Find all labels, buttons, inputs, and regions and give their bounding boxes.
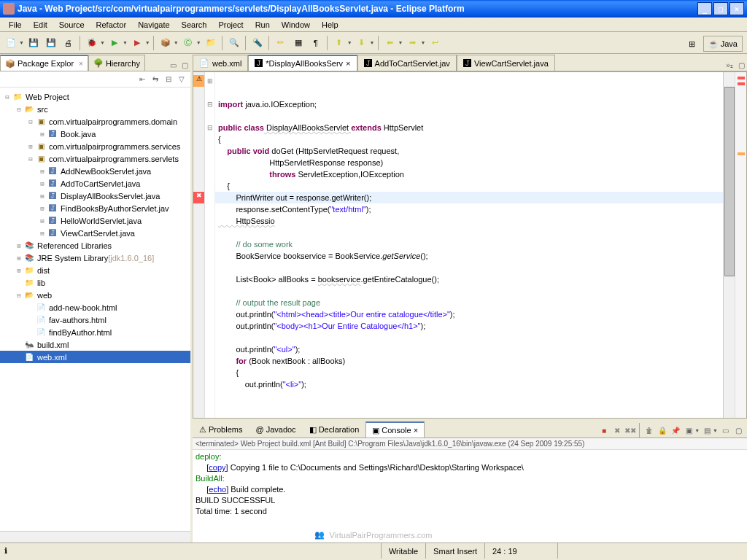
problems-tab[interactable]: ⚠Problems <box>193 421 249 438</box>
hierarchy-tab[interactable]: 🌳 Hierarchy <box>88 55 145 71</box>
horizontal-scrollbar[interactable] <box>0 531 190 542</box>
menu-help[interactable]: Help <box>316 19 344 31</box>
close-icon[interactable]: × <box>414 426 418 435</box>
open-console-button[interactable]: ▤ <box>701 424 713 436</box>
collapse-all-button[interactable]: ⇤ <box>136 74 148 85</box>
link-editor-button[interactable]: ⇆ <box>150 74 161 85</box>
java-file-node[interactable]: ⊞🅹AddNewBookServlet.java <box>0 165 190 177</box>
console-panel: ⚠Problems @Javadoc ◧Declaration ▣Console… <box>193 419 747 542</box>
view-menu-button[interactable]: ▽ <box>176 74 187 85</box>
warning-overview-mark[interactable] <box>738 152 745 155</box>
maximize-editor-button[interactable]: ▢ <box>735 59 747 71</box>
code-editor[interactable]: ⚠ ✖ ⊞ ⊟ ⊟ import java.io.IOException; pu… <box>193 71 747 419</box>
new-button[interactable]: 📄 <box>3 35 19 51</box>
html-file-node[interactable]: 📄add-new-book.html <box>0 301 190 314</box>
maximize-view-button[interactable]: ▢ <box>179 59 190 71</box>
src-folder-node[interactable]: ⊟📂src <box>0 103 190 115</box>
javadoc-tab[interactable]: @Javadoc <box>249 421 302 438</box>
terminate-button[interactable]: ■ <box>598 424 610 436</box>
console-tab[interactable]: ▣Console× <box>365 421 425 438</box>
project-node[interactable]: ⊟📁Web Project <box>0 90 190 103</box>
remove-all-button[interactable]: ✖✖ <box>624 424 636 436</box>
minimize-view-button[interactable]: ▭ <box>719 424 731 436</box>
package-node[interactable]: ⊞▣com.virtualpairprogrammers.services <box>0 140 190 152</box>
remove-launch-button[interactable]: ✖ <box>611 424 623 436</box>
menu-file[interactable]: File <box>3 19 28 31</box>
java-file-node[interactable]: ⊞🅹AddToCartServlet.java <box>0 177 190 190</box>
new-package-button[interactable]: 📦 <box>158 35 174 51</box>
debug-button[interactable]: 🐞 <box>84 35 100 51</box>
nav-forward-button[interactable]: ➡ <box>404 35 420 51</box>
run-ext-button[interactable]: ▶ <box>129 35 145 51</box>
show-list-button[interactable]: »₂ <box>724 59 735 71</box>
maximize-view-button[interactable]: ▢ <box>732 424 744 436</box>
annotation-prev-button[interactable]: ⬆ <box>331 35 347 51</box>
filter-button[interactable]: ⊟ <box>163 74 174 85</box>
last-edit-button[interactable]: ↩ <box>427 35 443 51</box>
xml-file-node[interactable]: 🐜build.xml <box>0 338 190 351</box>
open-type-button[interactable]: 🔍 <box>226 35 242 51</box>
clear-console-button[interactable]: 🗑 <box>643 424 655 436</box>
fold-gutter[interactable]: ⊞ ⊟ ⊟ <box>205 72 215 418</box>
menu-source[interactable]: Source <box>53 19 90 31</box>
open-perspective-button[interactable]: ⊞ <box>684 36 700 52</box>
editor-tab-webxml[interactable]: 📄web.xml <box>193 55 248 71</box>
menu-navigate[interactable]: Navigate <box>132 19 175 31</box>
html-file-node[interactable]: 📄fav-authors.html <box>0 314 190 326</box>
package-node[interactable]: ⊟▣com.virtualpairprogrammers.servlets <box>0 152 190 165</box>
package-node[interactable]: ⊟▣com.virtualpairprogrammers.domain <box>0 115 190 128</box>
jre-node[interactable]: ⊞📚JRE System Library [jdk1.6.0_16] <box>0 252 190 264</box>
folder-node[interactable]: ⊞📁dist <box>0 264 190 276</box>
menu-refactor[interactable]: Refactor <box>90 19 133 31</box>
maximize-button[interactable]: □ <box>713 2 728 15</box>
search-button[interactable]: 🔦 <box>249 35 266 51</box>
editor-tab-addtocart[interactable]: 🅹AddToCartServlet.jav <box>357 55 457 71</box>
editor-tab-viewcart[interactable]: 🅹ViewCartServlet.java <box>457 55 555 71</box>
menu-edit[interactable]: Edit <box>28 19 53 31</box>
java-file-node[interactable]: ⊞🅹HelloWorldServlet.java <box>0 214 190 227</box>
save-all-button[interactable]: 💾 <box>43 35 59 51</box>
menu-search[interactable]: Search <box>176 19 213 31</box>
close-icon[interactable]: × <box>346 59 350 68</box>
folder-icon: 📁 <box>23 265 35 276</box>
toggle-block-button[interactable]: ▦ <box>290 35 306 51</box>
new-class-button[interactable]: Ⓒ <box>180 35 196 51</box>
annotation-next-button[interactable]: ⬇ <box>354 35 370 51</box>
print-button[interactable]: 🖨 <box>61 35 77 51</box>
menu-project[interactable]: Project <box>212 19 249 31</box>
save-button[interactable]: 💾 <box>26 35 42 51</box>
toggle-mark-button[interactable]: ✏ <box>273 35 289 51</box>
folder-node[interactable]: 📁lib <box>0 276 190 289</box>
display-console-button[interactable]: ▣ <box>683 424 694 436</box>
new-folder-button[interactable]: 📁 <box>203 35 219 51</box>
java-file-node[interactable]: ⊞🅹ViewCartServlet.java <box>0 227 190 239</box>
declaration-tab[interactable]: ◧Declaration <box>303 421 366 438</box>
error-overview-mark[interactable] <box>738 82 745 85</box>
error-overview-mark[interactable] <box>738 77 745 79</box>
console-output[interactable]: deploy: [copy] Copying 1 file to C:\Docu… <box>193 450 747 542</box>
editor-tab-displayallbooks[interactable]: 🅹*DisplayAllBooksServ× <box>248 55 357 71</box>
vertical-scrollbar[interactable] <box>723 72 735 418</box>
show-whitespace-button[interactable]: ¶ <box>308 35 324 51</box>
java-file-node[interactable]: ⊞🅹DisplayAllBooksServlet.java <box>0 190 190 202</box>
html-file-node[interactable]: 📄findByAuthor.html <box>0 326 190 338</box>
xml-file-node[interactable]: 📄web.xml <box>0 351 190 363</box>
close-icon[interactable]: × <box>79 60 83 68</box>
overview-ruler[interactable] <box>735 72 746 418</box>
menu-run[interactable]: Run <box>249 19 276 31</box>
run-button[interactable]: ▶ <box>107 35 123 51</box>
pin-console-button[interactable]: 📌 <box>670 424 681 436</box>
package-explorer-tab[interactable]: 📦 Package Explor × <box>0 55 88 71</box>
java-file-node[interactable]: ⊞🅹Book.java <box>0 128 190 140</box>
scroll-lock-button[interactable]: 🔒 <box>657 424 668 436</box>
nav-back-button[interactable]: ⬅ <box>382 35 398 51</box>
minimize-view-button[interactable]: ▭ <box>167 59 179 71</box>
package-explorer-tree[interactable]: ⊟📁Web Project ⊟📂src ⊟▣com.virtualpairpro… <box>0 88 190 531</box>
folder-node[interactable]: ⊟📂web <box>0 289 190 301</box>
close-button[interactable]: × <box>729 2 744 15</box>
ref-libs-node[interactable]: ⊞📚Referenced Libraries <box>0 239 190 252</box>
menu-window[interactable]: Window <box>276 19 316 31</box>
java-file-node[interactable]: ⊞🅹FindBooksByAuthorServlet.jav <box>0 202 190 214</box>
minimize-button[interactable]: _ <box>697 2 712 15</box>
java-perspective-button[interactable]: ☕ Java <box>703 36 743 52</box>
